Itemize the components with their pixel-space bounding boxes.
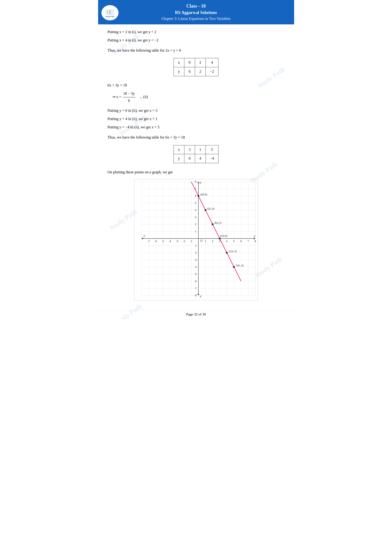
svg-text:y': y' — [200, 295, 202, 298]
eq2-label: ... (ii) — [137, 95, 148, 99]
table-cell: 6 — [184, 67, 195, 76]
svg-text:Study Path: Study Path — [105, 16, 114, 18]
svg-text:1: 1 — [195, 230, 196, 233]
table-row: x 0 2 4 — [174, 58, 218, 67]
table2-intro: Thus, we have the following table for 6x… — [108, 134, 285, 141]
svg-text:4: 4 — [195, 209, 196, 212]
table-cell: 1 — [195, 145, 205, 154]
point-F — [233, 266, 235, 268]
svg-text:3: 3 — [195, 216, 196, 219]
svg-text:-7: -7 — [194, 287, 197, 290]
point-B — [212, 223, 214, 225]
table-cell: y — [174, 154, 184, 163]
label-A: A(0,6) — [200, 193, 207, 196]
table-cell: 2 — [195, 67, 205, 76]
svg-text:-4: -4 — [194, 265, 197, 268]
svg-text:2: 2 — [212, 240, 213, 242]
putting-line-4: Putting y = 4 in (ii), we get x = 1 — [108, 116, 285, 122]
svg-text:y: y — [200, 181, 202, 184]
table-cell: 0 — [184, 154, 195, 163]
putting-line-5: Putting y = −4 in (ii), we get x = 5 — [108, 124, 285, 131]
graph-svg-wrapper: -7 -6 -5 -4 -3 -2 -1 1 2 3 4 5 6 7 8 8 7 — [134, 179, 258, 300]
svg-text:-2: -2 — [183, 240, 185, 242]
eq2-line: 6x + 3y = 18 — [108, 82, 285, 89]
point-E — [204, 209, 206, 211]
main-content: Study Path Study Path Study Path Study P… — [98, 24, 294, 307]
label-E: E(1,4) — [207, 207, 215, 210]
svg-text:O: O — [200, 239, 203, 242]
svg-text:2: 2 — [195, 223, 196, 226]
fraction-numerator: 18 − 3y — [123, 90, 135, 97]
svg-text:7: 7 — [247, 240, 249, 242]
table-cell: y — [174, 67, 184, 76]
fraction-display: 18 − 3y 6 — [123, 90, 135, 104]
class-label: Class - 10 — [98, 2, 294, 9]
point-A — [197, 195, 199, 197]
svg-text:-4: -4 — [169, 240, 171, 242]
table1-wrapper: x 0 2 4 y 6 2 −2 — [108, 56, 285, 78]
fraction-denominator: 6 — [127, 97, 130, 104]
svg-text:-6: -6 — [194, 280, 197, 283]
eq2-arrow: ⇒ x = — [112, 95, 122, 99]
eq2-derived: ⇒ x = 18 − 3y 6 ... (ii) — [112, 90, 285, 104]
svg-text:-1: -1 — [194, 244, 197, 247]
chapter-label: Chapter 3: Linear Equations in Two Varia… — [98, 16, 294, 21]
label-D: D(3,0) — [220, 235, 228, 237]
svg-text:8: 8 — [195, 180, 196, 183]
svg-text:5: 5 — [233, 240, 235, 242]
logo-container: Study Path — [100, 3, 119, 22]
graph-intro: On plotting these points on a graph, we … — [108, 169, 285, 176]
svg-text:-3: -3 — [176, 240, 178, 242]
svg-text:-7: -7 — [147, 240, 150, 242]
point-C — [226, 252, 228, 254]
table-cell: 5 — [205, 145, 218, 154]
solutions-label: RS Aggarwal Solutions — [98, 9, 294, 16]
putting-line-3: Putting y = 0 in (ii), we get x = 3 — [108, 107, 285, 114]
svg-text:-8: -8 — [194, 294, 197, 297]
graph-container: -7 -6 -5 -4 -3 -2 -1 1 2 3 4 5 6 7 8 8 7 — [108, 179, 285, 300]
table-cell: 4 — [205, 58, 218, 67]
svg-text:-3: -3 — [194, 258, 197, 261]
page-number: Page 32 of 39 — [186, 312, 206, 316]
table1-intro: Thus, we have the following table for 2x… — [108, 47, 285, 54]
table1: x 0 2 4 y 6 2 −2 — [174, 58, 218, 76]
svg-text:-6: -6 — [154, 240, 157, 242]
table-row: y 0 4 −4 — [174, 154, 218, 163]
label-F: F(5,-4) — [236, 264, 244, 267]
svg-text:8: 8 — [255, 240, 256, 242]
logo-svg: Study Path — [100, 3, 119, 22]
svg-text:-2: -2 — [194, 251, 197, 254]
table-cell: −4 — [205, 154, 218, 163]
table-cell: −2 — [205, 67, 218, 76]
svg-text:-1: -1 — [190, 240, 192, 242]
svg-text:6: 6 — [240, 240, 242, 242]
svg-text:-5: -5 — [162, 240, 164, 242]
graph-svg: -7 -6 -5 -4 -3 -2 -1 1 2 3 4 5 6 7 8 8 7 — [134, 179, 258, 298]
point-D — [219, 238, 221, 239]
table-cell: 0 — [184, 58, 195, 67]
label-B: B(2,2) — [215, 222, 222, 224]
svg-text:1: 1 — [205, 240, 206, 242]
svg-text:x': x' — [143, 235, 146, 238]
table-cell: 3 — [184, 145, 195, 154]
putting-line-1: Putting x = 2 in (i), we get y = 2 — [108, 29, 285, 35]
page-footer: Page 32 of 39 — [98, 310, 294, 319]
putting-line-2: Putting x = 4 in (i), we get y = −2 — [108, 37, 285, 44]
table-cell: 4 — [195, 154, 205, 163]
table-row: x 3 1 5 — [174, 145, 218, 154]
table2: x 3 1 5 y 0 4 −4 — [174, 145, 218, 163]
svg-text:6: 6 — [195, 194, 196, 197]
svg-text:x: x — [254, 235, 255, 238]
svg-text:5: 5 — [195, 201, 196, 204]
svg-text:-5: -5 — [194, 273, 197, 276]
table-cell: x — [174, 145, 184, 154]
svg-text:4: 4 — [226, 240, 228, 242]
table-row: y 6 2 −2 — [174, 67, 218, 76]
label-C: C(4,-2) — [229, 250, 237, 253]
page-header: Study Path Class - 10 RS Aggarwal Soluti… — [98, 0, 294, 24]
table2-wrapper: x 3 1 5 y 0 4 −4 — [108, 143, 285, 165]
table-cell: x — [174, 58, 184, 67]
table-cell: 2 — [195, 58, 205, 67]
